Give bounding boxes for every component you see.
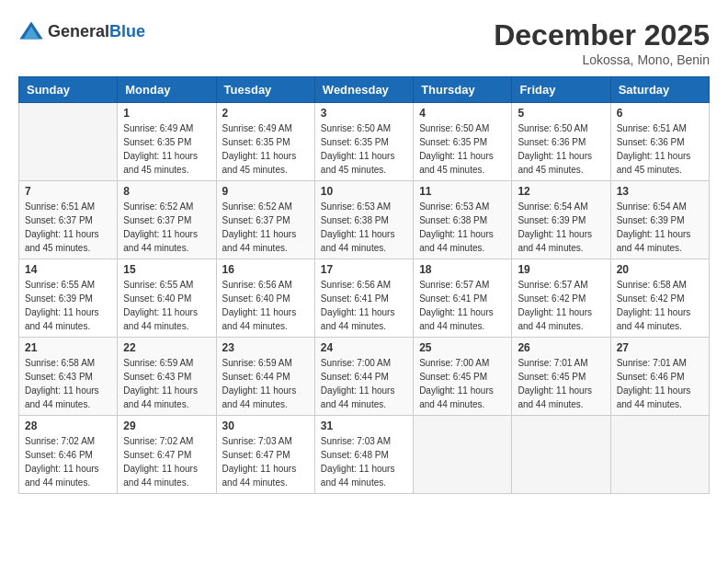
day-number: 21 [25,341,111,354]
day-number: 28 [25,419,111,432]
sun-info: Sunrise: 6:53 AMSunset: 6:38 PMDaylight:… [419,200,506,255]
sun-info: Sunrise: 7:02 AMSunset: 6:47 PMDaylight:… [123,434,210,489]
sun-info: Sunrise: 7:02 AMSunset: 6:46 PMDaylight:… [25,434,111,489]
calendar-cell: 25Sunrise: 7:00 AMSunset: 6:45 PMDayligh… [414,338,512,416]
sun-info: Sunrise: 6:50 AMSunset: 6:35 PMDaylight:… [419,121,506,177]
calendar-cell: 20Sunrise: 6:58 AMSunset: 6:42 PMDayligh… [610,259,709,338]
logo-icon [18,18,44,44]
day-number: 15 [123,263,210,276]
day-of-week-friday: Friday [512,77,610,103]
day-number: 11 [419,185,506,198]
sun-info: Sunrise: 6:49 AMSunset: 6:35 PMDaylight:… [123,121,210,177]
day-number: 25 [419,341,506,354]
calendar-cell: 4Sunrise: 6:50 AMSunset: 6:35 PMDaylight… [414,103,512,181]
day-number: 9 [222,185,309,198]
day-number: 17 [321,263,407,276]
calendar-cell: 12Sunrise: 6:54 AMSunset: 6:39 PMDayligh… [512,181,610,259]
calendar-cell: 27Sunrise: 7:01 AMSunset: 6:46 PMDayligh… [610,338,709,416]
sun-info: Sunrise: 6:56 AMSunset: 6:41 PMDaylight:… [321,278,407,333]
day-number: 3 [321,107,407,120]
calendar-cell: 13Sunrise: 6:54 AMSunset: 6:39 PMDayligh… [610,181,709,259]
day-of-week-monday: Monday [118,77,216,103]
logo-blue-text: Blue [109,22,145,40]
sun-info: Sunrise: 6:50 AMSunset: 6:35 PMDaylight:… [321,121,407,177]
sun-info: Sunrise: 6:51 AMSunset: 6:36 PMDaylight:… [617,121,703,177]
sun-info: Sunrise: 7:03 AMSunset: 6:47 PMDaylight:… [222,434,309,489]
sun-info: Sunrise: 6:53 AMSunset: 6:38 PMDaylight:… [321,200,407,255]
calendar-cell: 8Sunrise: 6:52 AMSunset: 6:37 PMDaylight… [118,181,216,259]
calendar-cell: 15Sunrise: 6:55 AMSunset: 6:40 PMDayligh… [118,259,216,338]
day-number: 24 [321,341,407,354]
sun-info: Sunrise: 7:03 AMSunset: 6:48 PMDaylight:… [321,434,407,489]
calendar-cell: 28Sunrise: 7:02 AMSunset: 6:46 PMDayligh… [19,416,118,494]
calendar-cell [19,103,118,181]
calendar-cell: 6Sunrise: 6:51 AMSunset: 6:36 PMDaylight… [610,103,709,181]
calendar-week-5: 28Sunrise: 7:02 AMSunset: 6:46 PMDayligh… [19,416,710,494]
calendar-week-3: 14Sunrise: 6:55 AMSunset: 6:39 PMDayligh… [19,259,710,338]
calendar-week-2: 7Sunrise: 6:51 AMSunset: 6:37 PMDaylight… [19,181,710,259]
day-number: 7 [25,185,111,198]
calendar-cell: 9Sunrise: 6:52 AMSunset: 6:37 PMDaylight… [216,181,314,259]
sun-info: Sunrise: 7:01 AMSunset: 6:45 PMDaylight:… [518,356,604,411]
day-number: 31 [321,419,407,432]
day-number: 26 [518,341,604,354]
day-of-week-thursday: Thursday [414,77,512,103]
calendar-cell: 22Sunrise: 6:59 AMSunset: 6:43 PMDayligh… [118,338,216,416]
calendar-cell: 7Sunrise: 6:51 AMSunset: 6:37 PMDaylight… [19,181,118,259]
calendar-week-4: 21Sunrise: 6:58 AMSunset: 6:43 PMDayligh… [19,338,710,416]
sun-info: Sunrise: 6:54 AMSunset: 6:39 PMDaylight:… [518,200,604,255]
sun-info: Sunrise: 6:57 AMSunset: 6:41 PMDaylight:… [419,278,506,333]
calendar-cell: 29Sunrise: 7:02 AMSunset: 6:47 PMDayligh… [118,416,216,494]
day-number: 4 [419,107,506,120]
calendar-cell: 23Sunrise: 6:59 AMSunset: 6:44 PMDayligh… [216,338,314,416]
day-number: 27 [617,341,703,354]
day-of-week-saturday: Saturday [610,77,709,103]
calendar-cell [512,416,610,494]
sun-info: Sunrise: 6:49 AMSunset: 6:35 PMDaylight:… [222,121,309,177]
sun-info: Sunrise: 6:55 AMSunset: 6:39 PMDaylight:… [25,278,111,333]
logo: GeneralBlue [18,18,145,44]
calendar-cell: 2Sunrise: 6:49 AMSunset: 6:35 PMDaylight… [216,103,314,181]
calendar-cell: 19Sunrise: 6:57 AMSunset: 6:42 PMDayligh… [512,259,610,338]
sun-info: Sunrise: 6:57 AMSunset: 6:42 PMDaylight:… [518,278,604,333]
sun-info: Sunrise: 6:55 AMSunset: 6:40 PMDaylight:… [123,278,210,333]
calendar-cell: 18Sunrise: 6:57 AMSunset: 6:41 PMDayligh… [414,259,512,338]
sun-info: Sunrise: 6:50 AMSunset: 6:36 PMDaylight:… [518,121,604,177]
calendar-cell: 5Sunrise: 6:50 AMSunset: 6:36 PMDaylight… [512,103,610,181]
calendar-cell: 11Sunrise: 6:53 AMSunset: 6:38 PMDayligh… [414,181,512,259]
calendar-cell: 30Sunrise: 7:03 AMSunset: 6:47 PMDayligh… [216,416,314,494]
day-number: 5 [518,107,604,120]
day-number: 2 [222,107,309,120]
sun-info: Sunrise: 6:59 AMSunset: 6:44 PMDaylight:… [222,356,309,411]
calendar-cell [414,416,512,494]
sun-info: Sunrise: 6:58 AMSunset: 6:42 PMDaylight:… [617,278,703,333]
location-text: Lokossa, Mono, Benin [494,52,710,67]
day-of-week-wednesday: Wednesday [314,77,413,103]
day-number: 12 [518,185,604,198]
day-number: 6 [617,107,703,120]
calendar-cell: 1Sunrise: 6:49 AMSunset: 6:35 PMDaylight… [118,103,216,181]
day-number: 10 [321,185,407,198]
sun-info: Sunrise: 6:51 AMSunset: 6:37 PMDaylight:… [25,200,111,255]
sun-info: Sunrise: 6:54 AMSunset: 6:39 PMDaylight:… [617,200,703,255]
day-number: 14 [25,263,111,276]
day-number: 23 [222,341,309,354]
sun-info: Sunrise: 6:52 AMSunset: 6:37 PMDaylight:… [123,200,210,255]
day-of-week-sunday: Sunday [19,77,118,103]
calendar-cell: 21Sunrise: 6:58 AMSunset: 6:43 PMDayligh… [19,338,118,416]
calendar-cell: 10Sunrise: 6:53 AMSunset: 6:38 PMDayligh… [314,181,413,259]
calendar-cell: 17Sunrise: 6:56 AMSunset: 6:41 PMDayligh… [314,259,413,338]
calendar-table: SundayMondayTuesdayWednesdayThursdayFrid… [18,76,710,494]
calendar-cell: 24Sunrise: 7:00 AMSunset: 6:44 PMDayligh… [314,338,413,416]
day-number: 20 [617,263,703,276]
sun-info: Sunrise: 6:56 AMSunset: 6:40 PMDaylight:… [222,278,309,333]
calendar-cell: 26Sunrise: 7:01 AMSunset: 6:45 PMDayligh… [512,338,610,416]
calendar-cell: 14Sunrise: 6:55 AMSunset: 6:39 PMDayligh… [19,259,118,338]
day-number: 13 [617,185,703,198]
calendar-cell: 31Sunrise: 7:03 AMSunset: 6:48 PMDayligh… [314,416,413,494]
day-number: 22 [123,341,210,354]
day-number: 30 [222,419,309,432]
day-number: 29 [123,419,210,432]
calendar-cell: 3Sunrise: 6:50 AMSunset: 6:35 PMDaylight… [314,103,413,181]
calendar-cell [610,416,709,494]
